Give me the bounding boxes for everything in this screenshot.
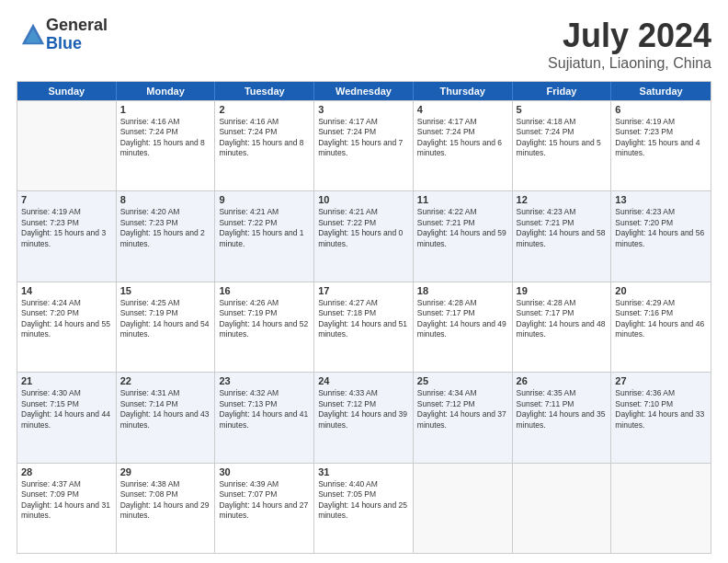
- day-number: 5: [517, 104, 608, 115]
- day-number: 23: [219, 375, 310, 386]
- cal-header-day: Wednesday: [314, 82, 414, 100]
- day-number: 8: [120, 194, 211, 205]
- cal-cell: 21Sunrise: 4:30 AMSunset: 7:15 PMDayligh…: [17, 373, 117, 462]
- cell-info: Sunrise: 4:19 AMSunset: 7:23 PMDaylight:…: [615, 117, 707, 159]
- cal-cell: 29Sunrise: 4:38 AMSunset: 7:08 PMDayligh…: [117, 464, 216, 553]
- cell-info: Sunrise: 4:23 AMSunset: 7:21 PMDaylight:…: [517, 207, 608, 249]
- day-number: 4: [417, 104, 508, 115]
- day-number: 27: [615, 375, 707, 386]
- calendar-body: 1Sunrise: 4:16 AMSunset: 7:24 PMDaylight…: [17, 100, 711, 553]
- day-number: 16: [219, 285, 310, 296]
- cal-row: 1Sunrise: 4:16 AMSunset: 7:24 PMDaylight…: [17, 100, 711, 190]
- cell-info: Sunrise: 4:17 AMSunset: 7:24 PMDaylight:…: [318, 117, 409, 159]
- cal-header-day: Thursday: [414, 82, 513, 100]
- main-title: July 2024: [548, 17, 711, 55]
- cal-cell: 6Sunrise: 4:19 AMSunset: 7:23 PMDaylight…: [611, 101, 711, 190]
- header: General Blue July 2024 Sujiatun, Liaonin…: [17, 17, 711, 72]
- cal-header-day: Sunday: [17, 82, 117, 100]
- day-number: 7: [21, 194, 112, 205]
- cal-cell: 4Sunrise: 4:17 AMSunset: 7:24 PMDaylight…: [414, 101, 513, 190]
- cell-info: Sunrise: 4:21 AMSunset: 7:22 PMDaylight:…: [318, 207, 409, 249]
- cal-cell: 23Sunrise: 4:32 AMSunset: 7:13 PMDayligh…: [215, 373, 314, 462]
- cal-header-day: Saturday: [611, 82, 711, 100]
- cell-info: Sunrise: 4:31 AMSunset: 7:14 PMDaylight:…: [120, 388, 211, 431]
- logo-icon: [20, 22, 46, 48]
- logo-blue: Blue: [46, 35, 108, 53]
- cal-row: 28Sunrise: 4:37 AMSunset: 7:09 PMDayligh…: [17, 463, 711, 553]
- cal-cell: [414, 464, 513, 553]
- cal-row: 14Sunrise: 4:24 AMSunset: 7:20 PMDayligh…: [17, 282, 711, 372]
- cal-cell: 3Sunrise: 4:17 AMSunset: 7:24 PMDaylight…: [314, 101, 414, 190]
- day-number: 17: [318, 285, 409, 296]
- cal-cell: 22Sunrise: 4:31 AMSunset: 7:14 PMDayligh…: [117, 373, 216, 462]
- cal-header-day: Friday: [513, 82, 612, 100]
- day-number: 1: [120, 104, 211, 115]
- page: General Blue July 2024 Sujiatun, Liaonin…: [0, 0, 728, 563]
- cal-cell: 8Sunrise: 4:20 AMSunset: 7:23 PMDaylight…: [117, 191, 216, 281]
- cell-info: Sunrise: 4:39 AMSunset: 7:07 PMDaylight:…: [219, 479, 310, 522]
- day-number: 11: [417, 194, 508, 205]
- cal-cell: 17Sunrise: 4:27 AMSunset: 7:18 PMDayligh…: [314, 282, 414, 372]
- cell-info: Sunrise: 4:25 AMSunset: 7:19 PMDaylight:…: [120, 298, 211, 340]
- cal-cell: 10Sunrise: 4:21 AMSunset: 7:22 PMDayligh…: [314, 191, 414, 281]
- cal-row: 21Sunrise: 4:30 AMSunset: 7:15 PMDayligh…: [17, 372, 711, 462]
- day-number: 21: [21, 375, 112, 386]
- day-number: 12: [517, 194, 608, 205]
- cell-info: Sunrise: 4:33 AMSunset: 7:12 PMDaylight:…: [318, 388, 409, 431]
- cal-cell: 30Sunrise: 4:39 AMSunset: 7:07 PMDayligh…: [215, 464, 314, 553]
- day-number: 15: [120, 285, 211, 296]
- cell-info: Sunrise: 4:30 AMSunset: 7:15 PMDaylight:…: [21, 388, 112, 431]
- day-number: 22: [120, 375, 211, 386]
- cell-info: Sunrise: 4:34 AMSunset: 7:12 PMDaylight:…: [417, 388, 508, 431]
- cell-info: Sunrise: 4:19 AMSunset: 7:23 PMDaylight:…: [21, 207, 112, 249]
- cal-cell: [513, 464, 612, 553]
- cell-info: Sunrise: 4:35 AMSunset: 7:11 PMDaylight:…: [517, 388, 608, 431]
- logo: General Blue: [17, 17, 108, 53]
- cell-info: Sunrise: 4:22 AMSunset: 7:21 PMDaylight:…: [417, 207, 508, 249]
- day-number: 26: [517, 375, 608, 386]
- cal-cell: 24Sunrise: 4:33 AMSunset: 7:12 PMDayligh…: [314, 373, 414, 462]
- cell-info: Sunrise: 4:23 AMSunset: 7:20 PMDaylight:…: [615, 207, 707, 249]
- cal-cell: [611, 464, 711, 553]
- cal-cell: 28Sunrise: 4:37 AMSunset: 7:09 PMDayligh…: [17, 464, 117, 553]
- cal-cell: 16Sunrise: 4:26 AMSunset: 7:19 PMDayligh…: [215, 282, 314, 372]
- cal-cell: 12Sunrise: 4:23 AMSunset: 7:21 PMDayligh…: [513, 191, 612, 281]
- day-number: 19: [517, 285, 608, 296]
- cell-info: Sunrise: 4:18 AMSunset: 7:24 PMDaylight:…: [517, 117, 608, 159]
- cell-info: Sunrise: 4:20 AMSunset: 7:23 PMDaylight:…: [120, 207, 211, 249]
- cal-cell: 26Sunrise: 4:35 AMSunset: 7:11 PMDayligh…: [513, 373, 612, 462]
- day-number: 10: [318, 194, 409, 205]
- subtitle: Sujiatun, Liaoning, China: [548, 55, 711, 72]
- cal-cell: 19Sunrise: 4:28 AMSunset: 7:17 PMDayligh…: [513, 282, 612, 372]
- cell-info: Sunrise: 4:40 AMSunset: 7:05 PMDaylight:…: [318, 479, 409, 522]
- cal-cell: 27Sunrise: 4:36 AMSunset: 7:10 PMDayligh…: [611, 373, 711, 462]
- day-number: 30: [219, 466, 310, 477]
- day-number: 20: [615, 285, 707, 296]
- cell-info: Sunrise: 4:36 AMSunset: 7:10 PMDaylight:…: [615, 388, 707, 431]
- calendar: SundayMondayTuesdayWednesdayThursdayFrid…: [17, 81, 711, 554]
- day-number: 2: [219, 104, 310, 115]
- cal-cell: 11Sunrise: 4:22 AMSunset: 7:21 PMDayligh…: [414, 191, 513, 281]
- cell-info: Sunrise: 4:16 AMSunset: 7:24 PMDaylight:…: [120, 117, 211, 159]
- day-number: 9: [219, 194, 310, 205]
- cal-cell: 15Sunrise: 4:25 AMSunset: 7:19 PMDayligh…: [117, 282, 216, 372]
- cell-info: Sunrise: 4:32 AMSunset: 7:13 PMDaylight:…: [219, 388, 310, 431]
- cell-info: Sunrise: 4:37 AMSunset: 7:09 PMDaylight:…: [21, 479, 112, 522]
- day-number: 6: [615, 104, 707, 115]
- cell-info: Sunrise: 4:28 AMSunset: 7:17 PMDaylight:…: [417, 298, 508, 340]
- cal-cell: 2Sunrise: 4:16 AMSunset: 7:24 PMDaylight…: [215, 101, 314, 190]
- logo-text: General Blue: [46, 17, 108, 53]
- cal-row: 7Sunrise: 4:19 AMSunset: 7:23 PMDaylight…: [17, 190, 711, 281]
- cal-header-day: Tuesday: [215, 82, 314, 100]
- day-number: 29: [120, 466, 211, 477]
- day-number: 13: [615, 194, 707, 205]
- day-number: 3: [318, 104, 409, 115]
- cal-cell: 14Sunrise: 4:24 AMSunset: 7:20 PMDayligh…: [17, 282, 117, 372]
- day-number: 31: [318, 466, 409, 477]
- cell-info: Sunrise: 4:21 AMSunset: 7:22 PMDaylight:…: [219, 207, 310, 249]
- calendar-header: SundayMondayTuesdayWednesdayThursdayFrid…: [17, 82, 711, 100]
- cal-cell: 31Sunrise: 4:40 AMSunset: 7:05 PMDayligh…: [314, 464, 414, 553]
- cell-info: Sunrise: 4:16 AMSunset: 7:24 PMDaylight:…: [219, 117, 310, 159]
- cal-cell: 13Sunrise: 4:23 AMSunset: 7:20 PMDayligh…: [611, 191, 711, 281]
- day-number: 28: [21, 466, 112, 477]
